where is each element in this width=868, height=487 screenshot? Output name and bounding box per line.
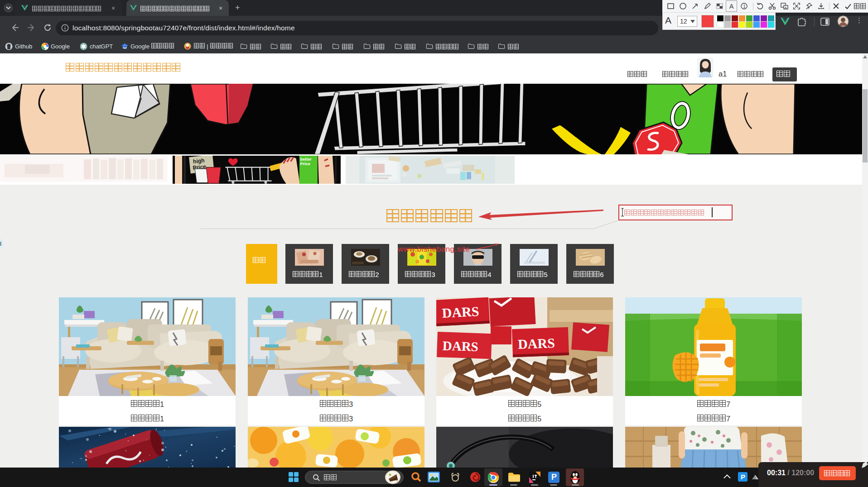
svg-text:DARS: DARS xyxy=(518,335,555,352)
svg-text:A: A xyxy=(785,6,787,10)
svg-text:DARS: DARS xyxy=(442,338,478,354)
svg-text:DARS: DARS xyxy=(442,304,479,320)
svg-text:better: better xyxy=(300,157,312,161)
svg-text:1: 1 xyxy=(743,4,746,9)
svg-text:A: A xyxy=(729,3,734,10)
svg-text:Price: Price xyxy=(300,162,310,166)
